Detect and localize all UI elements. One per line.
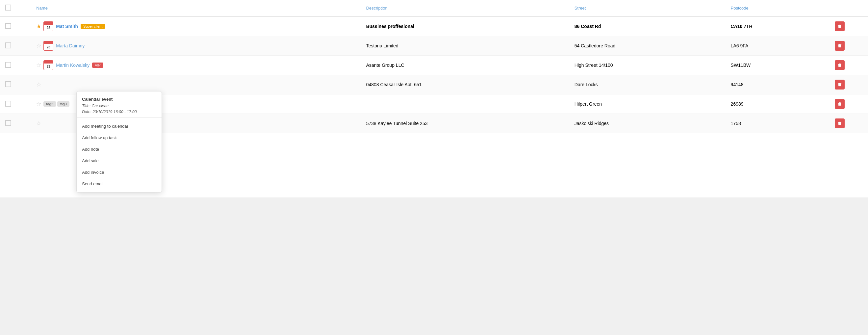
popup-date-label: Date: [82,110,91,114]
popup-menu-item[interactable]: Add meeting to calendar [77,120,161,132]
contact-postcode: 26989 [725,94,830,114]
row-checkbox[interactable] [5,42,11,49]
contact-name-link[interactable]: Martin Kowalsky [56,63,90,68]
popup-divider [77,118,161,118]
popup-event-header: Calendar event [77,97,161,103]
table-row: ☆23Marta DaimnyTestoria Limited54 Castle… [0,36,868,56]
contact-description: 5738 Kaylee Tunnel Suite 253 [361,114,569,133]
contact-description: Testoria Limited [361,36,569,56]
contact-description: Asante Group LLC [361,56,569,75]
delete-button[interactable] [835,60,845,70]
contact-postcode: 1758 [725,114,830,133]
contact-street: 86 Coast Rd [569,17,725,36]
contact-street: High Street 14/100 [569,56,725,75]
contact-postcode: SW11BW [725,56,830,75]
contact-tag: tag3 [57,101,69,106]
popup-menu-item[interactable]: Send email [77,178,161,189]
contact-street: 54 Castledore Road [569,36,725,56]
contact-street: Dare Locks [569,75,725,94]
row-checkbox[interactable] [5,81,11,87]
popup-date-value: 23/10/2019 16:00 - 17:00 [92,110,136,114]
popup-title-value: Car clean [91,104,108,108]
header-postcode: Postcode [725,0,830,17]
popup-menu: Add meeting to calendarAdd follow up tas… [77,120,161,189]
popup-title-label: Title: [82,104,91,108]
popup-menu-item[interactable]: Add sale [77,155,161,166]
star-icon[interactable]: ★ [36,23,41,30]
star-icon[interactable]: ☆ [36,62,41,69]
delete-button[interactable] [835,80,845,90]
delete-button[interactable] [835,41,845,51]
contact-description: Bussines proffesional [361,17,569,36]
header-name: Name [31,0,361,17]
popup-title-detail: Title: Car clean [77,103,161,109]
star-icon[interactable]: ☆ [36,42,41,49]
table-row: ☆23Martin KowalskyVIPAsante Group LLCHig… [0,56,868,75]
delete-button[interactable] [835,119,845,128]
header-action [830,0,868,17]
contact-description: 04808 Ceasar Isle Apt. 651 [361,75,569,94]
contact-postcode: CA10 7TH [725,17,830,36]
header-description: Description [361,0,569,17]
row-checkbox[interactable] [5,120,11,126]
contact-name-link[interactable]: Mat Smith [56,24,78,29]
header-street: Street [569,0,725,17]
header-checkbox [0,0,31,17]
popup-menu-item[interactable]: Add follow up task [77,132,161,144]
calendar-icon[interactable]: 22 [43,21,53,31]
delete-button[interactable] [835,99,845,109]
contact-badge: Super client [81,24,105,29]
star-icon[interactable]: ☆ [36,100,41,108]
popup-menu-item[interactable]: Add note [77,144,161,155]
contact-street: Hilpert Green [569,94,725,114]
star-icon[interactable]: ☆ [36,81,41,88]
contact-badge: VIP [92,63,103,68]
contact-postcode: LA6 9FA [725,36,830,56]
contact-name-link[interactable]: Marta Daimny [56,43,85,49]
calendar-icon[interactable]: 23 [43,41,53,51]
delete-button[interactable] [835,21,845,31]
calendar-icon[interactable]: 23 [43,60,53,70]
row-checkbox[interactable] [5,23,11,29]
popup-menu-item[interactable]: Add invoice [77,166,161,178]
popup-date-detail: Date: 23/10/2019 16:00 - 17:00 [77,109,161,115]
contact-tag: tag2 [43,101,56,106]
row-checkbox[interactable] [5,62,11,68]
select-all-checkbox[interactable] [5,5,11,10]
contact-postcode: 94148 [725,75,830,94]
table-row: ★22Mat SmithSuper clientBussines proffes… [0,17,868,36]
calendar-popup: Calendar event Title: Car clean Date: 23… [76,91,162,192]
row-checkbox[interactable] [5,101,11,106]
star-icon[interactable]: ☆ [36,120,41,127]
contact-description [361,94,569,114]
contact-street: Jaskolski Ridges [569,114,725,133]
